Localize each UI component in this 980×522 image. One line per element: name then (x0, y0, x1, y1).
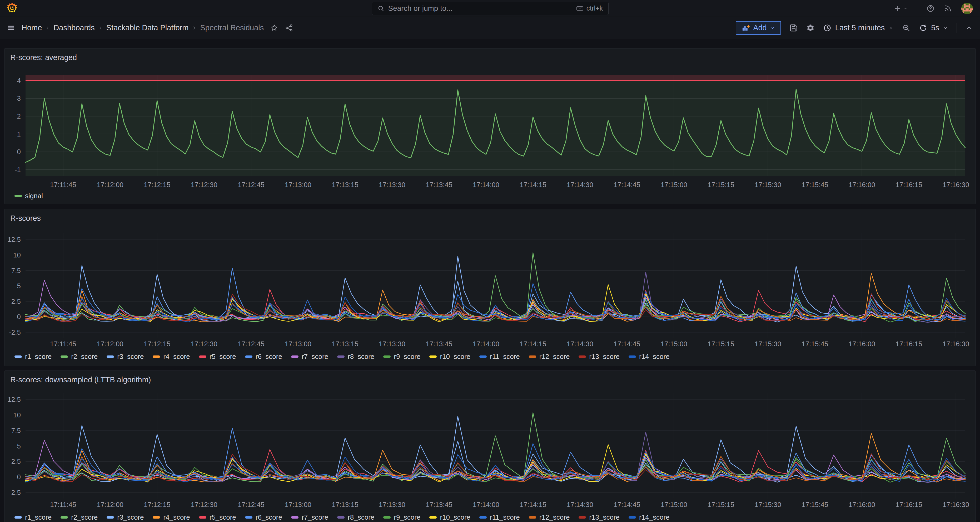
x-tick-label: 17:12:30 (191, 501, 218, 508)
time-series-plot[interactable]: 12.5107.552.50-2.517:11:4517:12:0017:12:… (5, 371, 975, 522)
legend-label: r8_score (348, 353, 374, 361)
add-panel-button[interactable]: Add (736, 21, 781, 35)
share-button[interactable] (285, 24, 293, 32)
y-tick-label: 10 (13, 251, 21, 259)
legend-item-r7_score[interactable]: r7_score (291, 513, 328, 522)
legend-item-r9_score[interactable]: r9_score (383, 513, 420, 522)
time-range-label: Last 5 minutes (835, 24, 885, 32)
time-series-plot[interactable]: 43210-117:11:4517:12:0017:12:1517:12:301… (5, 48, 975, 204)
legend-color-swatch (337, 516, 345, 519)
y-tick-label: 4 (17, 77, 21, 84)
legend-item-r14_score[interactable]: r14_score (628, 513, 670, 522)
y-tick-label: 7.5 (11, 427, 21, 434)
x-tick-label: 17:14:15 (520, 340, 546, 348)
x-tick-label: 17:13:30 (379, 340, 406, 348)
legend-item-r2_score[interactable]: r2_score (60, 513, 98, 522)
time-series-plot[interactable]: 12.5107.552.50-2.517:11:4517:12:0017:12:… (5, 209, 975, 366)
legend-item-r14_score[interactable]: r14_score (628, 353, 670, 361)
legend-item-r12_score[interactable]: r12_score (529, 353, 570, 361)
legend-item-r5_score[interactable]: r5_score (199, 353, 236, 361)
legend-item-r10_score[interactable]: r10_score (430, 513, 470, 522)
panel-title[interactable]: R-scores (10, 214, 41, 223)
x-tick-label: 17:16:30 (943, 340, 969, 348)
panel-title[interactable]: R-scores: downsampled (LTTB algorithm) (10, 375, 151, 384)
dashboard-settings-button[interactable] (806, 24, 815, 32)
favorite-button[interactable] (270, 24, 278, 32)
breadcrumb-item-dashboards[interactable]: Dashboards (53, 24, 94, 32)
y-tick-label: 10 (13, 411, 21, 419)
legend-item-signal[interactable]: signal (14, 192, 43, 200)
breadcrumb-item-stackable-data-platform[interactable]: Stackable Data Platform (107, 24, 189, 32)
top-nav-bar: Search or jump to... ctrl+k (0, 0, 980, 17)
x-tick-label: 17:11:45 (50, 181, 76, 188)
save-dashboard-button[interactable] (789, 24, 798, 32)
new-button[interactable] (893, 5, 908, 13)
legend-item-r11_score[interactable]: r11_score (479, 353, 520, 361)
panel-title[interactable]: R-scores: averaged (10, 53, 77, 62)
legend-label: r10_score (440, 513, 470, 522)
chevron-right-icon (45, 25, 50, 30)
grafana-logo[interactable] (7, 3, 18, 14)
legend-item-r5_score[interactable]: r5_score (199, 513, 236, 522)
x-tick-label: 17:14:00 (473, 340, 500, 348)
legend: r1_scorer2_scorer3_scorer4_scorer5_score… (14, 353, 670, 361)
legend-label: r2_score (71, 513, 98, 522)
legend-item-r11_score[interactable]: r11_score (479, 513, 520, 522)
x-tick-label: 17:15:00 (661, 501, 687, 508)
panel-r-scores: R-scores 12.5107.552.50-2.517:11:4517:12… (4, 209, 976, 366)
time-range-picker[interactable]: Last 5 minutes (823, 24, 894, 32)
legend-color-swatch (529, 516, 536, 519)
help-button[interactable] (926, 4, 935, 13)
legend-label: r13_score (589, 353, 620, 361)
x-tick-label: 17:14:00 (473, 501, 500, 508)
x-tick-label: 17:12:15 (144, 340, 170, 348)
legend-color-swatch (199, 356, 206, 358)
x-tick-label: 17:15:30 (755, 501, 781, 508)
clock-icon (823, 24, 832, 32)
legend-item-r6_score[interactable]: r6_score (245, 513, 282, 522)
legend-item-r6_score[interactable]: r6_score (245, 353, 282, 361)
plus-icon (893, 5, 901, 13)
x-tick-label: 17:15:30 (755, 181, 781, 188)
legend-color-swatch (628, 516, 636, 519)
user-avatar[interactable] (961, 2, 973, 14)
caret-down-icon (888, 25, 894, 30)
search-placeholder: Search or jump to... (388, 4, 576, 13)
collapse-topbar-button[interactable] (965, 24, 973, 32)
legend-item-r12_score[interactable]: r12_score (529, 513, 570, 522)
menu-toggle-button[interactable] (7, 24, 15, 32)
legend-item-r13_score[interactable]: r13_score (579, 353, 620, 361)
legend-label: signal (25, 192, 43, 200)
legend-item-r1_score[interactable]: r1_score (14, 513, 52, 522)
zoom-out-button[interactable] (902, 24, 910, 32)
y-tick-label: 0 (17, 473, 21, 480)
legend-color-swatch (579, 516, 586, 519)
legend-label: r14_score (639, 513, 670, 522)
legend-item-r1_score[interactable]: r1_score (14, 353, 52, 361)
legend-item-r8_score[interactable]: r8_score (337, 513, 374, 522)
breadcrumb-item-home[interactable]: Home (22, 24, 42, 32)
legend-item-r4_score[interactable]: r4_score (153, 353, 190, 361)
legend-label: r12_score (539, 513, 570, 522)
chevron-up-icon (965, 24, 973, 32)
legend-item-r7_score[interactable]: r7_score (291, 353, 328, 361)
legend-item-r13_score[interactable]: r13_score (579, 513, 620, 522)
legend-item-r10_score[interactable]: r10_score (430, 353, 470, 361)
search-icon (377, 5, 385, 12)
legend-item-r3_score[interactable]: r3_score (107, 513, 144, 522)
legend-item-r3_score[interactable]: r3_score (107, 353, 144, 361)
refresh-picker[interactable]: 5s (919, 24, 948, 32)
legend-label: r5_score (210, 513, 236, 522)
legend-item-r8_score[interactable]: r8_score (337, 353, 374, 361)
y-tick-label: 1 (17, 131, 21, 138)
legend-item-r9_score[interactable]: r9_score (383, 353, 420, 361)
legend-item-r2_score[interactable]: r2_score (60, 353, 98, 361)
legend-color-swatch (60, 356, 68, 358)
legend-item-r4_score[interactable]: r4_score (153, 513, 190, 522)
x-tick-label: 17:12:00 (97, 501, 124, 508)
legend-color-swatch (337, 356, 345, 358)
news-button[interactable] (944, 4, 952, 13)
legend-label: r12_score (539, 353, 570, 361)
x-tick-label: 17:16:15 (896, 501, 922, 508)
search-input[interactable]: Search or jump to... ctrl+k (372, 2, 609, 15)
